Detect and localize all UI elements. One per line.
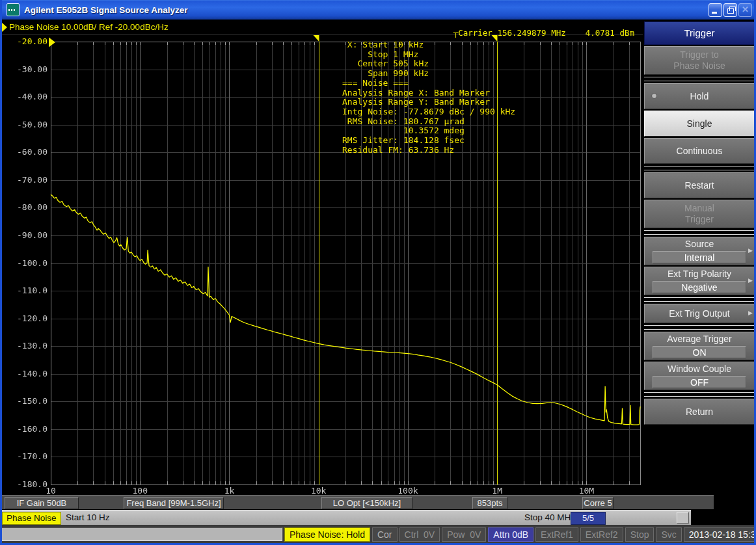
window-title: Agilent E5052B Signal Source Analyzer — [24, 5, 709, 15]
sweep-start-label: Start 10 Hz — [66, 512, 110, 522]
menu-button-label: Restart — [684, 180, 714, 191]
readout-freq-band: Freq Band [99M-1.5GHz] — [124, 497, 224, 509]
sweep-bar: Phase Noise Start 10 Hz Stop 40 MHz 5/5 — [0, 510, 691, 525]
menu-button-label: Ext Trig Output — [669, 308, 729, 319]
menu-button-average-trigger[interactable]: Average TriggerON — [644, 332, 755, 360]
close-icon[interactable]: ✕ — [738, 3, 752, 17]
analysis-settings-bar: IF Gain 50dBFreq Band [99M-1.5GHz]LO Opt… — [0, 495, 714, 509]
readout-correlation: Corre 5 — [582, 497, 614, 509]
menu-button-ext-trig-polarity[interactable]: Ext Trig PolarityNegative▶ — [644, 267, 755, 295]
carrier-label: Carrier — [458, 28, 493, 38]
waveform-app-icon — [7, 3, 20, 16]
restore-icon[interactable] — [723, 3, 737, 17]
status-chips: Phase Noise: HoldCorCtrl 0VPow 0VAttn 0d… — [284, 527, 754, 542]
submenu-arrow-icon: ▶ — [748, 277, 753, 284]
menu-separator — [644, 230, 755, 235]
menu-separator — [644, 392, 755, 397]
menu-separator — [644, 166, 755, 170]
menu-button-hold[interactable]: Hold — [644, 83, 755, 109]
submenu-arrow-icon: ▶ — [748, 247, 753, 254]
menu-button-label: Return — [686, 406, 713, 418]
minimize-icon[interactable] — [709, 3, 722, 17]
sidebar-menu: Trigger Trigger toPhase NoiseHoldSingleC… — [644, 21, 755, 425]
menu-button-label: Trigger to — [680, 49, 718, 60]
menu-button-return[interactable]: Return — [644, 399, 755, 425]
menu-button-label: Average Trigger — [667, 334, 731, 345]
active-trace-icon — [2, 23, 7, 32]
carrier-readout: ┬Carrier 156.249879 MHz4.0781 dBm — [453, 28, 634, 38]
status-chip-power-voltage: Pow 0V — [442, 527, 486, 542]
status-chip-measurement-state: Phase Noise: Hold — [284, 527, 370, 542]
submenu-arrow-icon: ▶ — [748, 310, 753, 316]
menu-separator — [644, 77, 755, 81]
status-chip-datetime: 2013-02-18 15:36 — [684, 527, 756, 542]
carrier-frequency: 156.249879 MHz — [497, 28, 565, 38]
menu-button-ext-trig-output[interactable]: Ext Trig Output▶ — [644, 304, 755, 323]
menu-button-trigger-to-phase-noise: Trigger toPhase Noise — [644, 46, 755, 75]
status-chip-cor: Cor — [372, 527, 398, 542]
menu-button-label: Trigger — [685, 214, 714, 225]
noise-analysis-readout: X: Start 10 kHz Stop 1 MHz Center 505 kH… — [342, 40, 515, 155]
menu-button-label: Window Couple — [668, 364, 731, 375]
status-chip-ctrl-voltage: Ctrl 0V — [399, 527, 440, 542]
status-message-area — [1, 527, 282, 541]
carrier-power: 4.0781 dBm — [586, 28, 634, 38]
menu-button-source[interactable]: SourceInternal▶ — [644, 237, 755, 265]
menu-button-label: Hold — [690, 91, 709, 102]
status-chip-extref2: ExtRef2 — [580, 527, 623, 542]
menu-button-value: Internal — [653, 251, 746, 263]
menu-button-manual-trigger: ManualTrigger — [644, 200, 755, 228]
menu-button-window-couple[interactable]: Window CoupleOFF — [644, 362, 755, 390]
selected-bullet-icon — [651, 93, 657, 99]
page-indicator: 5/5 — [571, 512, 606, 525]
menu-button-label: Single — [687, 118, 712, 129]
status-bar: Phase Noise: HoldCorCtrl 0VPow 0VAttn 0d… — [0, 525, 756, 543]
menu-button-label: Source — [685, 239, 714, 250]
menu-button-value: ON — [653, 346, 746, 358]
status-chip-extref1: ExtRef1 — [535, 527, 578, 542]
status-chip-attenuator: Attn 0dB — [488, 527, 533, 542]
menu-separator — [644, 297, 755, 302]
status-chip-svc: Svc — [656, 527, 681, 542]
trace-scale-label[interactable]: Phase Noise 10.00dB/ Ref -20.00dBc/Hz — [9, 22, 169, 32]
menu-separator — [644, 325, 755, 330]
menu-button-label: Phase Noise — [673, 60, 725, 72]
menu-button-single[interactable]: Single — [644, 111, 755, 137]
menu-button-label: Manual — [684, 203, 714, 214]
readout-if-gain: IF Gain 50dB — [5, 497, 79, 509]
title-bar: Agilent E5052B Signal Source Analyzer ✕ — [0, 0, 756, 20]
bar-end-spacer — [677, 512, 689, 524]
menu-button-restart[interactable]: Restart — [644, 172, 755, 198]
menu-button-label: Continuous — [677, 146, 723, 157]
menu-button-label: Ext Trig Polarity — [668, 269, 731, 280]
menu-button-value: Negative — [653, 281, 746, 293]
status-chip-stop: Stop — [625, 527, 655, 542]
readout-points: 853pts — [472, 497, 507, 509]
tab-phase-noise[interactable]: Phase Noise — [2, 512, 61, 525]
menu-title: Trigger — [644, 21, 755, 45]
readout-lo-opt: LO Opt [<150kHz] — [321, 497, 412, 509]
menu-button-continuous[interactable]: Continuous — [644, 138, 755, 164]
sweep-stop-label: Stop 40 MHz — [524, 512, 575, 522]
menu-button-value: OFF — [653, 376, 746, 388]
